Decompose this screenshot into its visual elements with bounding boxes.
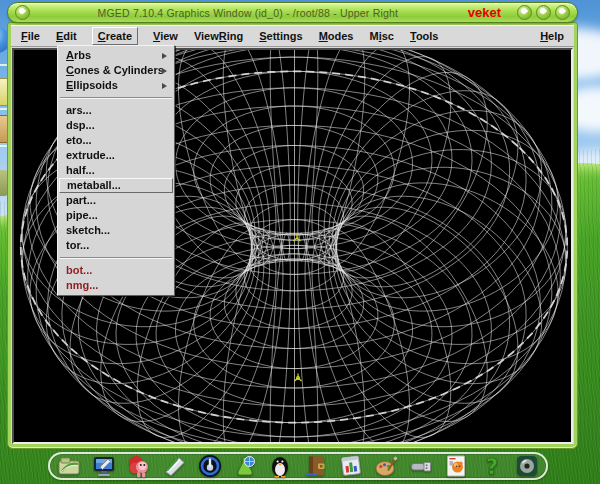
menu-separator	[60, 257, 172, 259]
menu-separator	[60, 97, 172, 99]
file-manager-icon[interactable]	[57, 454, 81, 478]
shade-droplet-icon[interactable]	[536, 5, 551, 20]
create-menu-dropdown: ArbsCones & CylindersEllipsoidsars...dsp…	[57, 45, 175, 296]
menu-item-ellipsoids[interactable]: Ellipsoids	[59, 78, 173, 93]
window-titlebar[interactable]: MGED 7.10.4 Graphics Window (id_0) - /ro…	[7, 2, 578, 23]
media-disc-icon[interactable]	[515, 454, 539, 478]
menu-item-pipe[interactable]: pipe...	[59, 208, 173, 223]
veket-badge: veket	[468, 5, 501, 20]
menu-item-ars[interactable]: ars...	[59, 103, 173, 118]
menu-item-cones-cylinders[interactable]: Cones & Cylinders	[59, 63, 173, 78]
menu-item-nmg[interactable]: nmg...	[59, 278, 173, 293]
paint-palette-icon[interactable]	[374, 454, 398, 478]
menubar-item-settings[interactable]: Settings	[258, 28, 303, 44]
text-editor-icon[interactable]	[163, 454, 187, 478]
menu-item-tor[interactable]: tor...	[59, 238, 173, 253]
taskbar-dock: ?	[48, 452, 548, 480]
menubar-item-edit[interactable]: Edit	[55, 28, 78, 44]
window-title: MGED 7.10.4 Graphics Window (id_0) - /ro…	[32, 7, 464, 19]
menubar-item-help[interactable]: Help	[539, 28, 565, 44]
monitor-edit-icon[interactable]	[92, 454, 116, 478]
chart-clipboard-icon[interactable]	[339, 454, 363, 478]
svg-text:?: ?	[486, 455, 498, 479]
journal-icon[interactable]	[304, 454, 328, 478]
menubar-item-viewring[interactable]: ViewRing	[193, 28, 244, 44]
cascade-arrow-icon	[162, 53, 167, 59]
menu-item-metaball[interactable]: metaball...	[59, 178, 173, 193]
menu-item-half[interactable]: half...	[59, 163, 173, 178]
iconify-droplet-icon[interactable]	[517, 5, 532, 20]
flask-globe-icon[interactable]	[233, 454, 257, 478]
penguin-icon[interactable]	[268, 454, 292, 478]
menu-item-extrude[interactable]: extrude...	[59, 148, 173, 163]
menubar-item-create[interactable]: Create	[92, 27, 138, 45]
menubar-item-file[interactable]: File	[20, 28, 41, 44]
window-menu-droplet-icon[interactable]	[15, 5, 30, 20]
menu-item-bot[interactable]: bot...	[59, 263, 173, 278]
menubar-item-view[interactable]: View	[152, 28, 179, 44]
cascade-arrow-icon	[162, 68, 167, 74]
close-droplet-icon[interactable]	[555, 5, 570, 20]
pet-package-icon[interactable]	[444, 454, 468, 478]
menu-item-sketch[interactable]: sketch...	[59, 223, 173, 238]
menu-item-eto[interactable]: eto...	[59, 133, 173, 148]
menubar-item-misc[interactable]: Misc	[368, 28, 394, 44]
squirrel-mascot-icon[interactable]	[127, 454, 151, 478]
menubar-item-tools[interactable]: Tools	[409, 28, 440, 44]
menubar: FileEditCreateViewViewRingSettingsModesM…	[11, 25, 574, 47]
help-question-icon[interactable]: ?	[480, 454, 504, 478]
menu-item-arbs[interactable]: Arbs	[59, 48, 173, 63]
menu-item-dsp[interactable]: dsp...	[59, 118, 173, 133]
media-power-icon[interactable]	[198, 454, 222, 478]
menu-item-part[interactable]: part...	[59, 193, 173, 208]
cascade-arrow-icon	[162, 83, 167, 89]
menubar-item-modes[interactable]: Modes	[318, 28, 355, 44]
usb-drive-icon[interactable]	[409, 454, 433, 478]
